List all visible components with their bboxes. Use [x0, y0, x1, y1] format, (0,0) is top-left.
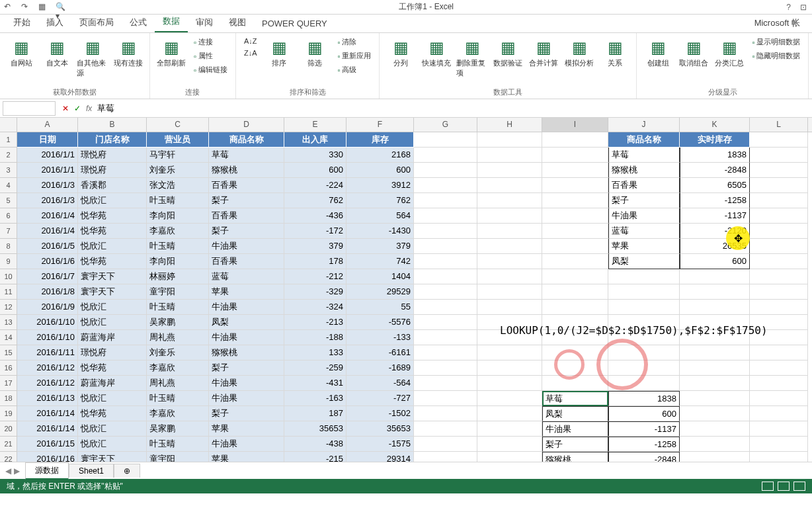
cell[interactable] [414, 300, 477, 315]
cell[interactable] [680, 452, 750, 462]
cell[interactable]: 叶玉晴 [147, 239, 209, 254]
cell[interactable] [680, 345, 750, 360]
cell[interactable] [542, 254, 608, 269]
col-header-K[interactable]: K [680, 118, 750, 132]
cell[interactable] [750, 269, 808, 284]
cell[interactable]: 璟悦府 [78, 148, 147, 163]
cell[interactable]: 悦华苑 [78, 406, 147, 421]
header-cell[interactable]: 商品名称 [608, 132, 680, 148]
cell[interactable]: 香溪郡 [78, 178, 147, 193]
cell[interactable] [477, 254, 542, 269]
cell[interactable]: 梨子 [209, 193, 284, 208]
cell[interactable] [414, 406, 477, 421]
cell[interactable]: 762 [284, 193, 346, 208]
cell[interactable]: 2016/1/14 [17, 421, 78, 437]
cell[interactable]: 牛油果 [209, 330, 284, 345]
cell[interactable]: 璟悦府 [78, 163, 147, 178]
cell[interactable]: 牛油果 [209, 300, 284, 315]
cell[interactable]: 百香果 [608, 178, 680, 193]
cell[interactable]: 牛油果 [209, 376, 284, 391]
sheet-scroll-right-icon[interactable]: ▶ [14, 466, 20, 476]
cell[interactable]: 2168 [346, 148, 414, 163]
cell[interactable] [477, 391, 542, 406]
cell[interactable] [680, 376, 750, 391]
row-header[interactable]: 6 [0, 208, 17, 224]
cell[interactable]: 童宇阳 [147, 452, 209, 462]
undo-icon[interactable]: ↶ [4, 2, 15, 13]
cell[interactable]: 600 [284, 163, 346, 178]
cell[interactable] [750, 284, 808, 300]
sort-btn[interactable]: Z↓A [241, 48, 260, 58]
cell[interactable] [477, 224, 542, 239]
cell[interactable] [477, 208, 542, 224]
cell[interactable]: 猕猴桃 [209, 163, 284, 178]
col-header-J[interactable]: J [608, 118, 680, 132]
col-header-D[interactable]: D [209, 118, 284, 132]
cell[interactable] [477, 345, 542, 360]
cell[interactable]: 苹果 [608, 239, 680, 254]
row-header[interactable]: 1 [0, 132, 17, 148]
cell[interactable]: 悦欣汇 [78, 391, 147, 406]
cell[interactable] [414, 224, 477, 239]
cell[interactable]: 梨子 [542, 437, 608, 452]
ribbon-btn-关系[interactable]: ▦关系 [599, 36, 631, 68]
ribbon-btn-数据验证[interactable]: ▦数据验证 [492, 36, 524, 68]
cell[interactable]: 1404 [346, 269, 414, 284]
cell[interactable] [750, 345, 808, 360]
cell[interactable] [542, 330, 608, 345]
cell[interactable]: 29314 [346, 452, 414, 462]
cell[interactable]: 猕猴桃 [542, 452, 608, 462]
cell[interactable] [414, 421, 477, 437]
cell[interactable] [542, 315, 608, 330]
name-box[interactable] [3, 101, 56, 116]
ribbon-options-icon[interactable]: ⊡ [800, 3, 807, 12]
cell[interactable] [542, 345, 608, 360]
cell[interactable]: 1838 [680, 148, 750, 163]
ribbon-btn-排序[interactable]: ▦排序 [263, 36, 295, 68]
cell[interactable]: -5576 [346, 315, 414, 330]
cell[interactable] [750, 421, 808, 437]
cell[interactable] [680, 300, 750, 315]
ribbon-btn-现有连接[interactable]: ▦现有连接 [112, 36, 144, 68]
normal-view-icon[interactable] [762, 482, 774, 491]
cell[interactable]: -2120 [680, 224, 750, 239]
cell[interactable]: 600 [680, 254, 750, 269]
cell[interactable] [542, 269, 608, 284]
cell[interactable] [542, 376, 608, 391]
cell[interactable]: 苹果 [209, 452, 284, 462]
header-cell[interactable] [750, 132, 808, 148]
cell[interactable] [477, 452, 542, 462]
cell[interactable]: 178 [284, 254, 346, 269]
cell[interactable]: 李嘉欣 [147, 224, 209, 239]
cell[interactable]: 牛油果 [209, 437, 284, 452]
cell[interactable]: 762 [346, 193, 414, 208]
col-header-E[interactable]: E [284, 118, 346, 132]
cell[interactable]: 猕猴桃 [209, 345, 284, 360]
header-cell[interactable]: 营业员 [147, 132, 209, 148]
cell[interactable] [477, 193, 542, 208]
cell[interactable]: 凤梨 [542, 406, 608, 421]
cell[interactable] [477, 148, 542, 163]
cell[interactable] [414, 315, 477, 330]
cell[interactable]: 牛油果 [608, 208, 680, 224]
cell[interactable] [414, 208, 477, 224]
cell[interactable] [477, 178, 542, 193]
cell[interactable]: -172 [284, 224, 346, 239]
cell[interactable] [542, 360, 608, 376]
select-all-cell[interactable] [0, 118, 17, 132]
cell[interactable]: 187 [284, 406, 346, 421]
cell[interactable] [680, 269, 750, 284]
header-cell[interactable]: 商品名称 [209, 132, 284, 148]
row-header[interactable]: 19 [0, 406, 17, 421]
header-cell[interactable] [542, 132, 608, 148]
ribbon-small-显示明细数据[interactable]: ▫ 显示明细数据 [749, 36, 803, 48]
ribbon-tab-4[interactable]: 数据 [155, 12, 188, 32]
cell[interactable]: 苹果 [209, 421, 284, 437]
header-cell[interactable]: 库存 [346, 132, 414, 148]
cell[interactable]: 2016/1/4 [17, 224, 78, 239]
cell[interactable]: -1258 [680, 193, 750, 208]
cell[interactable]: -727 [346, 391, 414, 406]
cell[interactable] [477, 239, 542, 254]
header-cell[interactable] [414, 132, 477, 148]
cell[interactable]: 草莓 [608, 148, 680, 163]
